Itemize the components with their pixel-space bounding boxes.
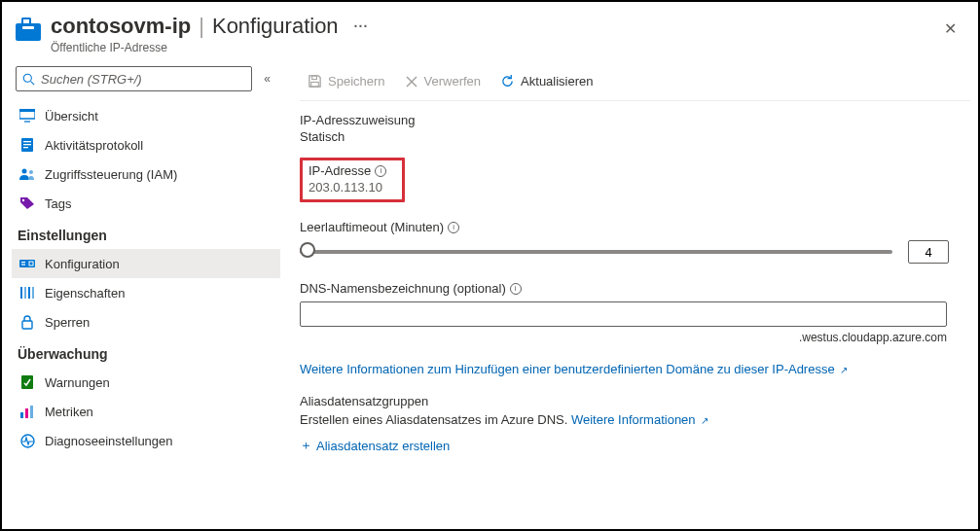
svg-rect-22 <box>20 412 23 418</box>
svg-rect-16 <box>20 287 22 299</box>
nav-access-control[interactable]: Zugriffssteuerung (IAM) <box>12 159 280 189</box>
svg-point-0 <box>23 74 31 82</box>
alias-heading: Aliasdatensatzgruppen <box>300 394 959 408</box>
svg-rect-27 <box>311 82 319 87</box>
lock-icon <box>19 314 35 330</box>
dns-label-label: DNS-Namensbezeichnung (optional) i <box>300 281 959 296</box>
svg-rect-24 <box>30 406 33 418</box>
nav-overview[interactable]: Übersicht <box>12 101 280 130</box>
dns-suffix-label: .westus.cloudapp.azure.com <box>300 331 959 344</box>
ip-address-value: 203.0.113.10 <box>309 180 386 195</box>
svg-rect-14 <box>21 265 25 266</box>
svg-line-1 <box>31 81 35 85</box>
nav-activity-log[interactable]: Aktivitätsprotokoll <box>12 130 280 159</box>
ip-assignment-label: IP-Adresszuweisung <box>300 113 959 127</box>
nav-section-settings: Einstellungen <box>12 218 280 249</box>
svg-rect-3 <box>19 109 35 112</box>
external-link-icon: ↗ <box>701 415 708 426</box>
nav-metrics[interactable]: Metriken <box>12 397 280 426</box>
nav-section-monitoring: Überwachung <box>12 336 280 368</box>
save-button[interactable]: Speichern <box>300 70 393 92</box>
dns-label-field: DNS-Namensbezeichnung (optional) i .west… <box>300 281 978 344</box>
nav-locks[interactable]: Sperren <box>12 307 280 336</box>
page-header: contosovm-ip | Konfiguration ··· Öffentl… <box>2 2 978 62</box>
refresh-icon <box>500 74 515 88</box>
idle-timeout-slider[interactable] <box>300 242 892 262</box>
sidebar-search[interactable] <box>16 66 252 91</box>
svg-rect-19 <box>32 287 34 299</box>
content-pane: Speichern Verwerfen Aktualisieren IP-Adr… <box>280 62 978 531</box>
nav-label: Eigenschaften <box>45 286 125 301</box>
info-icon[interactable]: i <box>448 222 459 233</box>
nav-label: Konfiguration <box>45 257 120 271</box>
info-icon[interactable]: i <box>510 283 522 295</box>
svg-rect-6 <box>23 141 31 142</box>
idle-timeout-field: Leerlauftimeout (Minuten) i <box>300 220 978 264</box>
diagnostics-icon <box>19 433 35 448</box>
discard-button[interactable]: Verwerfen <box>397 70 490 92</box>
alerts-icon <box>19 374 35 390</box>
refresh-button[interactable]: Aktualisieren <box>492 70 600 92</box>
svg-rect-20 <box>22 321 32 329</box>
properties-icon <box>19 285 35 301</box>
activity-log-icon <box>19 137 35 153</box>
overview-icon <box>19 108 35 124</box>
public-ip-icon <box>16 19 41 41</box>
resource-type-label: Öffentliche IP-Adresse <box>51 41 938 54</box>
create-alias-button[interactable]: ＋ Aliasdatensatz erstellen <box>300 437 450 454</box>
nav-label: Warnungen <box>45 375 110 390</box>
idle-timeout-label: Leerlauftimeout (Minuten) i <box>300 220 959 234</box>
nav-label: Sperren <box>45 315 90 330</box>
nav-label: Zugriffssteuerung (IAM) <box>45 167 177 182</box>
info-icon[interactable]: i <box>375 165 386 177</box>
nav-label: Metriken <box>45 405 93 419</box>
tags-icon <box>19 195 35 211</box>
sidebar-search-input[interactable] <box>41 72 245 87</box>
nav-label: Diagnoseeinstellungen <box>45 434 173 448</box>
toolbar: Speichern Verwerfen Aktualisieren <box>300 62 970 101</box>
nav-tags[interactable]: Tags <box>12 189 280 218</box>
nav-properties[interactable]: Eigenschaften <box>12 278 280 307</box>
sidebar: « Übersicht Aktivitätsprotokoll Zugriffs… <box>2 62 280 531</box>
dns-label-input[interactable] <box>300 301 947 327</box>
svg-rect-8 <box>23 147 28 148</box>
svg-rect-23 <box>25 408 28 418</box>
ip-assignment-value: Statisch <box>300 129 959 144</box>
idle-timeout-input[interactable] <box>908 240 949 264</box>
plus-icon: ＋ <box>300 437 312 454</box>
configuration-icon <box>19 256 35 271</box>
discard-icon <box>405 75 418 88</box>
ip-address-label: IP-Adresse i <box>309 163 386 178</box>
external-link-icon: ↗ <box>840 365 848 375</box>
svg-rect-21 <box>21 375 33 389</box>
alias-description: Erstellen eines Aliasdatensatzes im Azur… <box>300 412 959 427</box>
alias-more-info-link[interactable]: Weitere Informationen ↗ <box>571 412 708 427</box>
svg-rect-7 <box>23 144 31 145</box>
svg-rect-17 <box>24 287 26 299</box>
search-icon <box>22 73 35 86</box>
nav-label: Übersicht <box>45 109 98 124</box>
nav-configuration[interactable]: Konfiguration <box>12 249 280 278</box>
nav-alerts[interactable]: Warnungen <box>12 368 280 397</box>
collapse-sidebar-button[interactable]: « <box>260 68 274 89</box>
save-icon <box>308 74 322 88</box>
metrics-icon <box>19 404 35 419</box>
svg-point-9 <box>22 169 27 174</box>
svg-point-11 <box>22 199 24 201</box>
close-button[interactable]: ✕ <box>938 16 962 42</box>
ip-address-highlight: IP-Adresse i 203.0.113.10 <box>300 158 405 202</box>
svg-rect-18 <box>28 287 30 299</box>
iam-icon <box>19 166 35 182</box>
nav-label: Tags <box>45 196 71 211</box>
more-actions-button[interactable]: ··· <box>354 18 369 34</box>
slider-thumb[interactable] <box>300 242 315 258</box>
page-title: contosovm-ip | Konfiguration ··· <box>51 14 938 39</box>
nav-diagnostics[interactable]: Diagnoseeinstellungen <box>12 426 280 455</box>
nav-label: Aktivitätsprotokoll <box>45 138 143 153</box>
svg-rect-13 <box>21 262 25 263</box>
custom-domain-link[interactable]: Weitere Informationen zum Hinzufügen ein… <box>300 362 848 376</box>
alias-record-section: Aliasdatensatzgruppen Erstellen eines Al… <box>300 394 978 454</box>
ip-assignment-field: IP-Adresszuweisung Statisch <box>300 113 978 144</box>
svg-point-10 <box>29 170 33 174</box>
